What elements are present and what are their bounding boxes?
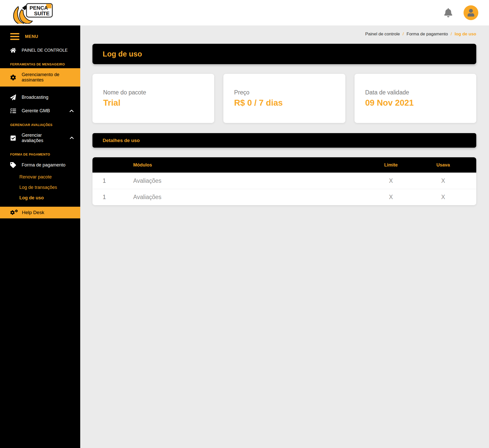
breadcrumb-separator: / xyxy=(403,32,404,36)
home-icon xyxy=(10,47,16,53)
card-label: Data de validade xyxy=(365,89,476,96)
usage-details-title: Detalhes de uso xyxy=(103,138,140,143)
sidebar-subitem-log-de-transacoes[interactable]: Log de transações xyxy=(0,182,80,193)
row-number: 1 xyxy=(103,194,133,201)
chevron-up-icon xyxy=(69,135,74,141)
row-used: X xyxy=(420,177,466,184)
row-limit: X xyxy=(362,177,420,184)
col-usava: Usava xyxy=(420,162,466,168)
sidebar-section-pagamento: FORMA DE PAGAMENTO xyxy=(0,147,80,158)
sidebar-item-help-desk[interactable]: Help Desk xyxy=(0,207,80,218)
gear-icon xyxy=(10,75,16,80)
card-label: Preço xyxy=(234,89,345,96)
breadcrumb-separator: / xyxy=(451,32,452,36)
sidebar-section-mensageiro: FERRAMENTAS DE MENSAGEIRO xyxy=(0,57,80,68)
usage-table: Módulos Limite Usava 1 Avaliações X X 1 … xyxy=(92,157,476,205)
sidebar-item-label: Help Desk xyxy=(22,210,44,215)
sidebar-item-label: PAINEL DE CONTROLE xyxy=(22,48,68,53)
user-icon xyxy=(467,9,475,17)
summary-cards: Nome do pacote Trial Preço R$ 0 / 7 dias… xyxy=(92,74,476,123)
sidebar-item-gerenciamento-de-assinantes[interactable]: Gerenciamento de assinantes xyxy=(0,68,80,87)
gears-icon xyxy=(10,209,18,216)
breadcrumb-item-forma-pagamento[interactable]: Forma de pagamento xyxy=(406,32,448,36)
page-title-bar: Log de uso xyxy=(92,44,476,64)
sidebar-item-forma-de-pagamento[interactable]: Forma de pagamento xyxy=(0,158,80,172)
row-used: X xyxy=(420,194,466,201)
tag-icon xyxy=(10,162,16,168)
card-value: R$ 0 / 7 dias xyxy=(234,98,345,108)
sidebar-item-label: Gerenciar avaliações xyxy=(22,133,64,143)
brand-line1: PENCA xyxy=(30,5,48,11)
user-avatar[interactable] xyxy=(464,5,478,20)
row-limit: X xyxy=(362,194,420,201)
table-header-row: Módulos Limite Usava xyxy=(92,157,476,173)
card-label: Nome do pacote xyxy=(103,89,214,96)
row-module: Avaliações xyxy=(133,194,362,201)
sidebar: MENU PAINEL DE CONTROLE FERRAMENTAS DE M… xyxy=(0,25,80,448)
col-modulos: Módulos xyxy=(133,162,362,168)
paper-plane-icon xyxy=(10,94,16,100)
sidebar-item-gerenciar-avaliacoes[interactable]: Gerenciar avaliações xyxy=(0,129,80,147)
brand-logo: PENCA SUÍTE xyxy=(11,2,55,24)
row-number: 1 xyxy=(103,177,133,184)
card-nome-do-pacote: Nome do pacote Trial xyxy=(92,74,214,123)
sidebar-subitem-renovar-pacote[interactable]: Renovar pacote xyxy=(0,172,80,182)
main-content: Painel de controle / Forma de pagamento … xyxy=(80,25,489,448)
sidebar-section-avaliacoes: GERENCIAR AVALIAÇÕES xyxy=(0,118,80,129)
usage-details-bar: Detalhes de uso xyxy=(92,133,476,148)
row-module: Avaliações xyxy=(133,177,362,184)
check-square-icon xyxy=(10,135,16,141)
brand-line2: SUÍTE xyxy=(34,10,50,16)
breadcrumb-item-painel[interactable]: Painel de controle xyxy=(365,32,400,36)
card-data-de-validade: Data de validade 09 Nov 2021 xyxy=(355,74,476,123)
hamburger-icon xyxy=(10,33,19,40)
card-value: Trial xyxy=(103,98,214,108)
sidebar-item-gerente-gmb[interactable]: Gerente GMB xyxy=(0,104,80,118)
card-preco: Preço R$ 0 / 7 dias xyxy=(223,74,345,123)
list-check-icon xyxy=(10,108,16,114)
sidebar-subitem-log-de-uso[interactable]: Log de uso xyxy=(0,193,80,203)
col-limite: Limite xyxy=(362,162,420,168)
sidebar-item-label: Gerenciamento de assinantes xyxy=(22,72,74,83)
bell-icon[interactable] xyxy=(444,8,453,17)
card-value: 09 Nov 2021 xyxy=(365,98,476,108)
menu-toggle[interactable]: MENU xyxy=(0,30,80,44)
sidebar-item-label: Gerente GMB xyxy=(22,108,50,114)
banana-logo-icon: PENCA SUÍTE xyxy=(11,2,55,24)
chevron-up-icon xyxy=(69,108,74,114)
sidebar-item-painel-de-controle[interactable]: PAINEL DE CONTROLE xyxy=(0,44,80,57)
menu-label: MENU xyxy=(25,34,38,39)
sidebar-item-label: Forma de pagamento xyxy=(22,162,65,168)
table-row: 1 Avaliações X X xyxy=(92,189,476,205)
breadcrumb: Painel de controle / Forma de pagamento … xyxy=(92,30,476,37)
breadcrumb-item-current: log de uso xyxy=(455,32,476,36)
page-title: Log de uso xyxy=(103,50,142,58)
sidebar-item-broadcasting[interactable]: Broadcasting xyxy=(0,91,80,104)
topbar: PENCA SUÍTE xyxy=(0,0,489,25)
sidebar-item-label: Broadcasting xyxy=(22,95,48,100)
table-row: 1 Avaliações X X xyxy=(92,173,476,189)
